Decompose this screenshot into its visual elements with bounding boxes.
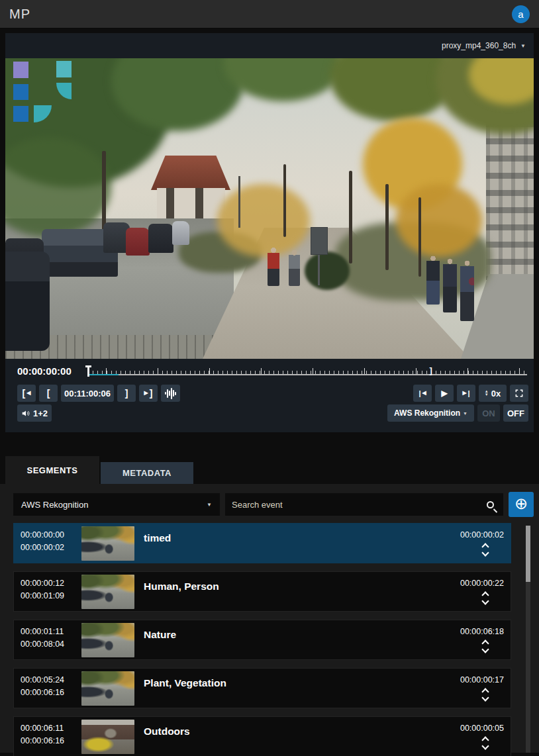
- audio-channels-button[interactable]: 1+2: [17, 404, 52, 422]
- tab-metadata[interactable]: METADATA: [101, 462, 193, 484]
- user-avatar[interactable]: a: [512, 5, 530, 23]
- bar-glyph: |: [468, 390, 470, 397]
- video-scene-tree-trunk: [102, 151, 106, 230]
- filter-row: AWS Rekognition ▼ ⊕: [13, 492, 539, 517]
- add-segment-button[interactable]: ⊕: [509, 492, 534, 517]
- tab-segments[interactable]: SEGMENTS: [5, 456, 99, 484]
- segment-timecodes: 00:00:05:24 00:00:06:16: [21, 671, 79, 699]
- video-scene-car: [172, 221, 189, 245]
- plus-circle-icon: ⊕: [514, 496, 528, 512]
- segment-timecodes: 00:00:06:11 00:00:06:16: [21, 720, 79, 747]
- engine-select[interactable]: AWS Rekognition ▼: [13, 493, 220, 516]
- segment-duration: 00:00:00:02: [460, 526, 504, 540]
- search-icon[interactable]: [487, 501, 494, 508]
- segment-out: 00:00:00:02: [21, 542, 79, 554]
- segment-timecodes: 00:00:00:00 00:00:00:02: [21, 526, 79, 554]
- chevron-down-icon[interactable]: [481, 597, 489, 604]
- skip-start-button[interactable]: | ◀: [413, 385, 432, 402]
- segment-row[interactable]: 00:00:00:12 00:00:01:09 Human, Person 00…: [13, 571, 511, 612]
- bracket-glyph: [: [23, 389, 26, 398]
- speed-stepper-icon: ▲▼: [485, 390, 489, 397]
- triangle-left-icon: ◀: [422, 391, 426, 396]
- segment-out: 00:00:06:16: [21, 686, 79, 699]
- segment-thumbnail: [81, 575, 134, 609]
- set-out-button[interactable]: ]: [117, 385, 136, 402]
- segment-in: 00:00:00:00: [21, 529, 79, 542]
- speaker-icon: [21, 408, 30, 418]
- segment-label: Outdoors: [144, 720, 443, 737]
- video-scene-foliage: [217, 184, 310, 257]
- triangle-right-icon: ▶: [462, 391, 466, 396]
- search-input[interactable]: [232, 500, 487, 510]
- scrollbar[interactable]: [526, 526, 530, 753]
- chevron-down-icon: ▼: [463, 411, 467, 416]
- video-scene-foreground-car: [5, 252, 50, 351]
- video-scene-pedestrian: [460, 260, 474, 321]
- current-timecode: 00:00:00:00: [17, 365, 88, 377]
- segments-panel: AWS Rekognition ▼ ⊕ 00:00:00:00 00:00:00…: [0, 484, 539, 753]
- fullscreen-icon: [514, 389, 524, 398]
- video-scene-tree-trunk: [349, 171, 352, 263]
- goto-in-button[interactable]: [ ◀: [17, 385, 36, 402]
- waveform-button[interactable]: [161, 385, 180, 402]
- play-button[interactable]: ▶: [435, 385, 454, 402]
- chevron-down-icon[interactable]: [481, 742, 489, 749]
- app-header: MP a: [0, 0, 539, 29]
- chevron-down-icon: ▼: [207, 502, 212, 508]
- timeline-track: [88, 374, 527, 375]
- video-scene-tree-trunk: [385, 184, 389, 270]
- chevron-down-icon[interactable]: [481, 645, 489, 653]
- tab-bar: SEGMENTS METADATA: [0, 456, 539, 484]
- bracket-glyph: [: [47, 389, 50, 398]
- overlay-on-button[interactable]: ON: [477, 404, 500, 422]
- proxy-selector[interactable]: proxy_mp4_360_8ch ▼: [5, 33, 534, 58]
- segment-reorder: [483, 544, 488, 555]
- segment-timecodes: 00:00:00:12 00:00:01:09: [21, 575, 79, 602]
- video-scene-building: [486, 121, 534, 280]
- watermark-logo-square: [13, 84, 28, 100]
- segment-reorder: [483, 737, 488, 749]
- fullscreen-button[interactable]: [510, 385, 528, 402]
- segment-reorder: [483, 689, 488, 700]
- video-scene-pedestrian: [426, 256, 440, 305]
- segment-out: 00:00:01:09: [21, 590, 79, 602]
- video-scene-house-wall: [157, 188, 225, 222]
- video-scene-tree-trunk: [418, 197, 421, 277]
- app-title: MP: [9, 7, 30, 22]
- goto-out-button[interactable]: ▶ ]: [139, 385, 158, 402]
- duration-timecode[interactable]: 00:11:00:06: [61, 385, 114, 402]
- segment-label: Human, Person: [144, 575, 443, 592]
- segment-row[interactable]: 00:00:00:00 00:00:00:02 timed 00:00:00:0…: [13, 523, 511, 563]
- playhead-marker[interactable]: [87, 365, 89, 377]
- segment-row[interactable]: 00:00:06:11 00:00:06:16 Outdoors 00:00:0…: [13, 716, 511, 756]
- overlay-off-button[interactable]: OFF: [503, 404, 528, 422]
- chevron-down-icon[interactable]: [481, 549, 489, 556]
- audio-channels-label: 1+2: [33, 408, 48, 418]
- scrollbar-thumb[interactable]: [526, 526, 530, 582]
- timeline-major-ticks: [106, 368, 527, 374]
- skip-end-button[interactable]: ▶ |: [457, 385, 475, 402]
- video-scene-red-car: [126, 228, 150, 256]
- timeline-ruler[interactable]: ]: [88, 361, 528, 381]
- segment-reorder: [483, 641, 488, 652]
- segment-in: 00:00:00:12: [21, 577, 79, 590]
- segment-list: 00:00:00:00 00:00:00:02 timed 00:00:00:0…: [13, 523, 539, 756]
- video-scene-pedestrian-gray: [289, 250, 300, 286]
- timeline-progress: [88, 374, 119, 375]
- out-point-marker[interactable]: ]: [429, 365, 432, 375]
- segment-row[interactable]: 00:00:05:24 00:00:06:16 Plant, Vegetatio…: [13, 668, 511, 708]
- segment-duration: 00:00:00:05: [460, 720, 504, 733]
- chevron-down-icon[interactable]: [481, 694, 489, 701]
- segment-row[interactable]: 00:00:01:11 00:00:08:04 Nature 00:00:06:…: [13, 620, 511, 660]
- player-panel: proxy_mp4_360_8ch ▼: [5, 33, 534, 432]
- bracket-glyph: ]: [150, 389, 153, 398]
- watermark-logo-square: [13, 62, 28, 78]
- overlay-engine-dropdown[interactable]: AWS Rekognition ▼: [387, 404, 474, 422]
- set-in-button[interactable]: [: [39, 385, 58, 402]
- speed-value: 0x: [491, 389, 501, 399]
- watermark-logo-square: [13, 106, 28, 122]
- video-frame[interactable]: [5, 58, 534, 359]
- speed-button[interactable]: ▲▼ 0x: [479, 385, 507, 402]
- engine-select-value: AWS Rekognition: [21, 500, 88, 510]
- segment-label: Nature: [144, 623, 443, 641]
